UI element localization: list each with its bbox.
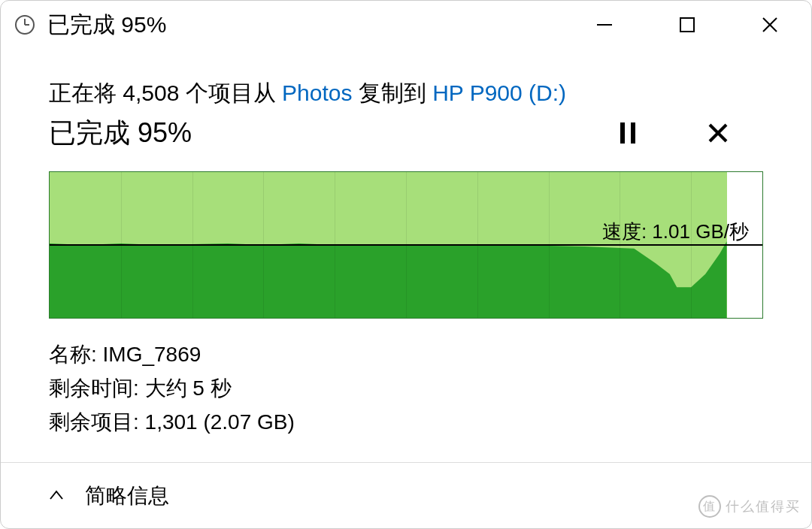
detail-name-label: 名称: (49, 343, 103, 366)
watermark-text: 什么值得买 (726, 497, 801, 515)
speed-chart: 速度: 1.01 GB/秒 (49, 171, 763, 319)
footer-toggle[interactable]: 简略信息 (1, 462, 811, 528)
minimize-button[interactable] (563, 1, 646, 49)
pause-button[interactable] (583, 114, 673, 152)
svg-marker-11 (50, 241, 727, 318)
source-link[interactable]: Photos (282, 80, 352, 105)
detail-items-value: 1,301 (2.07 GB) (145, 410, 295, 434)
detail-time-value: 大约 5 秒 (145, 376, 232, 400)
progress-text: 已完成 95% (49, 115, 192, 152)
watermark: 值 什么值得买 (698, 495, 801, 518)
detail-name: 名称: IMG_7869 (49, 338, 763, 372)
content-area: 正在将 4,508 个项目从 Photos 复制到 HP P900 (D:) 已… (1, 49, 811, 462)
copy-dialog-window: 已完成 95% 正在将 4,508 个项目从 Photos 复制到 HP P90… (0, 0, 812, 529)
detail-items: 剩余项目: 1,301 (2.07 GB) (49, 406, 763, 440)
speed-label: 速度: 1.01 GB/秒 (602, 219, 749, 245)
chevron-up-icon (49, 488, 64, 503)
window-title: 已完成 95% (47, 10, 166, 41)
detail-items-label: 剩余项目: (49, 410, 145, 434)
svg-rect-7 (620, 122, 625, 144)
svg-rect-4 (680, 18, 694, 32)
copy-prefix: 正在将 (49, 80, 123, 105)
maximize-button[interactable] (646, 1, 729, 49)
copy-count: 4,508 (123, 80, 179, 105)
svg-rect-8 (631, 122, 635, 144)
detail-time-label: 剩余时间: (49, 376, 145, 400)
progress-actions (583, 114, 763, 152)
watermark-badge: 值 (698, 495, 721, 518)
copy-mid1: 个项目从 (179, 80, 282, 105)
details-block: 名称: IMG_7869 剩余时间: 大约 5 秒 剩余项目: 1,301 (2… (49, 338, 763, 439)
clock-icon (13, 13, 37, 37)
cancel-button[interactable] (673, 114, 763, 152)
progress-line: 已完成 95% (49, 114, 763, 152)
copy-description: 正在将 4,508 个项目从 Photos 复制到 HP P900 (D:) (49, 76, 763, 110)
detail-name-value: IMG_7869 (103, 343, 201, 366)
window-controls (563, 1, 811, 49)
copy-mid2: 复制到 (353, 80, 433, 105)
footer-label: 简略信息 (85, 482, 169, 510)
close-window-button[interactable] (729, 1, 811, 49)
titlebar: 已完成 95% (1, 1, 811, 49)
destination-link[interactable]: HP P900 (D:) (432, 80, 566, 105)
detail-time: 剩余时间: 大约 5 秒 (49, 372, 763, 406)
